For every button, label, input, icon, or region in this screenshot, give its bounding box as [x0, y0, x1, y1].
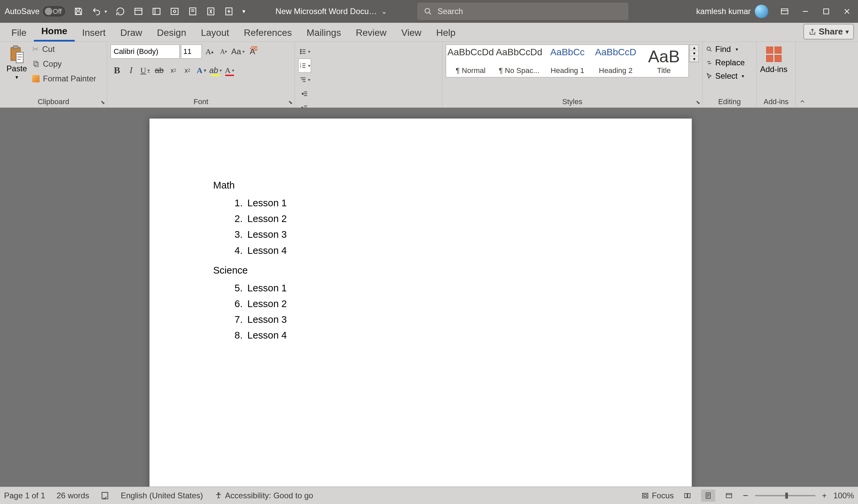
shrink-font-button[interactable]: A▾: [217, 45, 230, 59]
numbered-list[interactable]: 5.Lesson 16.Lesson 27.Lesson 38.Lesson 4: [228, 282, 628, 342]
maximize-icon[interactable]: [822, 7, 830, 16]
list-item[interactable]: 7.Lesson 3: [228, 313, 628, 326]
qat-customize-icon[interactable]: ▾: [242, 8, 245, 15]
spellcheck-icon[interactable]: [100, 491, 109, 500]
ribbon-display-icon[interactable]: [780, 7, 789, 16]
underline-button[interactable]: U: [139, 63, 152, 77]
tab-draw[interactable]: Draw: [113, 24, 149, 42]
print-layout-button[interactable]: [701, 490, 715, 502]
zoom-level[interactable]: 100%: [833, 491, 854, 500]
style-no-spacing[interactable]: AaBbCcDd¶ No Spac...: [495, 46, 543, 76]
save-icon[interactable]: [74, 7, 83, 16]
list-item[interactable]: 1.Lesson 1: [228, 197, 628, 210]
bullets-button[interactable]: [298, 45, 311, 59]
replace-button[interactable]: Replace: [706, 58, 745, 67]
qat-icon-5[interactable]: [206, 7, 216, 16]
web-layout-button[interactable]: [722, 490, 736, 502]
list-item[interactable]: 8.Lesson 4: [228, 329, 628, 342]
tab-home[interactable]: Home: [34, 22, 75, 42]
font-name-input[interactable]: [111, 45, 180, 59]
find-button[interactable]: Find▾: [706, 45, 738, 54]
style-normal[interactable]: AaBbCcDd¶ Normal: [447, 46, 495, 76]
zoom-out-button[interactable]: −: [743, 490, 748, 501]
clear-formatting-button[interactable]: A⌫: [246, 45, 259, 59]
undo-icon[interactable]: [92, 7, 101, 16]
redo-icon[interactable]: [116, 7, 125, 16]
minimize-icon[interactable]: [801, 7, 810, 16]
zoom-thumb[interactable]: [785, 493, 788, 499]
dialog-launcher-icon[interactable]: ⬊: [100, 99, 105, 105]
change-case-button[interactable]: Aa: [231, 45, 245, 59]
numbered-list[interactable]: 1.Lesson 12.Lesson 23.Lesson 34.Lesson 4: [228, 197, 628, 257]
tab-file[interactable]: File: [4, 24, 34, 42]
qat-icon-2[interactable]: [152, 7, 161, 16]
word-count[interactable]: 26 words: [57, 491, 89, 500]
format-painter-button[interactable]: Format Painter: [32, 74, 96, 83]
close-icon[interactable]: [843, 7, 851, 16]
style-title[interactable]: AaBTitle: [640, 46, 688, 76]
numbering-button[interactable]: 123: [298, 59, 311, 73]
list-item[interactable]: 6.Lesson 2: [228, 297, 628, 310]
italic-button[interactable]: I: [125, 63, 138, 77]
chevron-down-icon[interactable]: ⌄: [381, 7, 387, 15]
tab-help[interactable]: Help: [429, 24, 463, 42]
copy-button[interactable]: Copy: [32, 59, 96, 69]
multilevel-list-button[interactable]: [298, 73, 311, 87]
zoom-slider[interactable]: [755, 495, 815, 496]
document-heading[interactable]: Math: [213, 179, 628, 192]
focus-mode-button[interactable]: Focus: [641, 491, 674, 500]
qat-icon-4[interactable]: [188, 7, 197, 16]
tab-design[interactable]: Design: [149, 24, 193, 42]
tab-references[interactable]: References: [237, 24, 299, 42]
style-heading-2[interactable]: AaBbCcDHeading 2: [592, 46, 639, 76]
document-page[interactable]: Math1.Lesson 12.Lesson 23.Lesson 34.Less…: [149, 118, 692, 487]
tab-insert[interactable]: Insert: [75, 24, 113, 42]
language-indicator[interactable]: English (United States): [121, 491, 203, 500]
tab-mailings[interactable]: Mailings: [299, 24, 349, 42]
select-button[interactable]: Select▾: [706, 71, 744, 81]
search-box[interactable]: Search: [417, 3, 629, 20]
styles-scroll-down[interactable]: ▾: [690, 51, 698, 56]
collapse-ribbon-button[interactable]: [796, 42, 809, 108]
grow-font-button[interactable]: A▴: [203, 45, 216, 59]
strikethrough-button[interactable]: ab: [153, 63, 165, 77]
document-heading[interactable]: Science: [213, 264, 628, 277]
qat-icon-6[interactable]: [224, 7, 234, 16]
document-title[interactable]: New Microsoft Word Docu… ⌄: [275, 7, 387, 16]
user-account[interactable]: kamlesh kumar: [696, 5, 768, 18]
cut-button[interactable]: ✂Cut: [32, 45, 96, 54]
qat-icon-1[interactable]: [134, 7, 143, 16]
dialog-launcher-icon[interactable]: ⬊: [696, 99, 700, 105]
list-item[interactable]: 4.Lesson 4: [228, 244, 628, 257]
zoom-in-button[interactable]: +: [822, 491, 827, 500]
paste-button[interactable]: Paste ▾: [3, 45, 30, 80]
style-heading-1[interactable]: AaBbCcHeading 1: [544, 46, 591, 76]
subscript-button[interactable]: x2: [167, 63, 180, 77]
tab-layout[interactable]: Layout: [193, 24, 236, 42]
autosave-toggle[interactable]: AutoSave Off: [0, 6, 65, 16]
text-effects-button[interactable]: A: [195, 63, 208, 77]
read-mode-button[interactable]: [680, 490, 695, 502]
list-item[interactable]: 2.Lesson 2: [228, 212, 628, 225]
superscript-button[interactable]: x2: [181, 63, 194, 77]
decrease-indent-button[interactable]: [298, 87, 311, 101]
page-content[interactable]: Math1.Lesson 12.Lesson 23.Lesson 34.Less…: [149, 118, 692, 409]
highlight-button[interactable]: ab: [209, 63, 222, 77]
styles-scroll-up[interactable]: ▴: [690, 45, 698, 51]
styles-expand[interactable]: ▾: [690, 56, 698, 62]
bold-button[interactable]: B: [111, 63, 123, 77]
undo-dropdown-icon[interactable]: ▾: [105, 9, 107, 14]
share-button[interactable]: Share ▾: [804, 24, 854, 39]
list-item[interactable]: 5.Lesson 1: [228, 282, 628, 295]
dialog-launcher-icon[interactable]: ⬊: [288, 99, 292, 105]
font-size-input[interactable]: [181, 45, 202, 59]
accessibility-indicator[interactable]: Accessibility: Good to go: [214, 491, 313, 500]
font-color-button[interactable]: A: [223, 63, 236, 77]
autosave-switch[interactable]: Off: [43, 6, 65, 16]
tab-view[interactable]: View: [394, 24, 429, 42]
tab-review[interactable]: Review: [348, 24, 394, 42]
list-item[interactable]: 3.Lesson 3: [228, 228, 628, 241]
page-indicator[interactable]: Page 1 of 1: [4, 491, 45, 500]
addins-button[interactable]: Add-ins: [760, 45, 787, 74]
qat-icon-3[interactable]: [170, 7, 179, 16]
